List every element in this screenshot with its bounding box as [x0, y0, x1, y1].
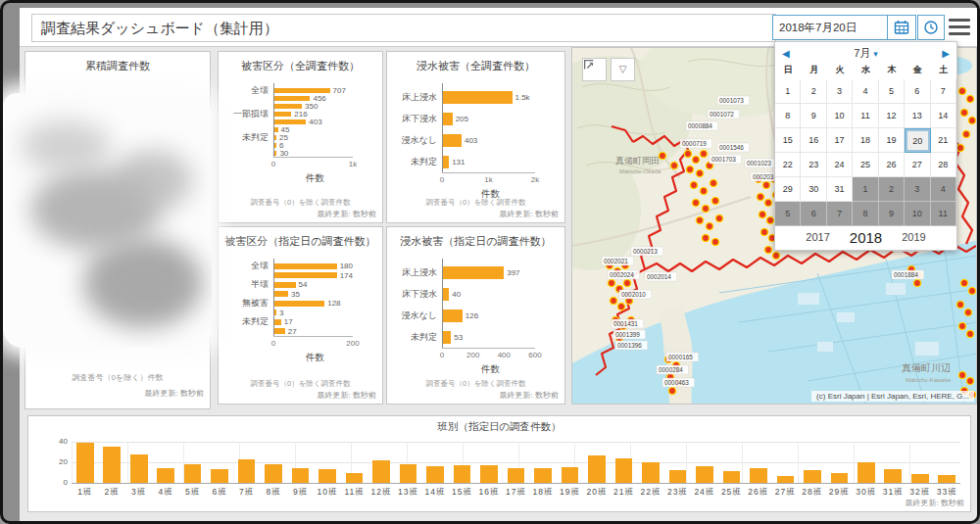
calendar-day[interactable]: 11: [931, 202, 956, 226]
survey-point-marker[interactable]: [692, 199, 699, 206]
bar[interactable]: [292, 468, 310, 483]
calendar-day[interactable]: 19: [879, 128, 905, 153]
calendar-day[interactable]: 29: [775, 177, 801, 202]
survey-point-marker[interactable]: [610, 297, 616, 304]
bar[interactable]: [211, 469, 228, 483]
calendar-day[interactable]: 7: [827, 202, 853, 226]
survey-point-marker[interactable]: [966, 95, 973, 102]
next-month-button[interactable]: ▶: [942, 48, 950, 59]
bar[interactable]: [831, 473, 849, 484]
bar[interactable]: [274, 143, 276, 148]
calendar-day[interactable]: 2: [801, 79, 826, 104]
bar[interactable]: [274, 282, 296, 288]
calendar-day[interactable]: 3: [905, 177, 930, 202]
bar[interactable]: [858, 462, 875, 483]
survey-point-marker[interactable]: [968, 117, 975, 123]
clock-button[interactable]: [917, 15, 945, 40]
survey-point-marker[interactable]: [966, 330, 973, 337]
bar[interactable]: [265, 464, 282, 483]
survey-point-marker[interactable]: [964, 309, 971, 315]
bar[interactable]: [103, 447, 121, 483]
year-option[interactable]: 2018: [850, 229, 882, 246]
bar[interactable]: [804, 470, 821, 483]
calendar-day[interactable]: 12: [879, 104, 905, 128]
calendar-day[interactable]: 26: [879, 153, 905, 177]
bar[interactable]: [130, 454, 148, 483]
calendar-day[interactable]: 3: [827, 79, 853, 104]
calendar-day[interactable]: 24: [827, 153, 853, 177]
bar[interactable]: [274, 151, 276, 156]
calendar-day[interactable]: 9: [879, 202, 905, 226]
survey-point-marker[interactable]: [617, 303, 624, 310]
bar[interactable]: [454, 465, 471, 483]
calendar-day[interactable]: 20: [905, 128, 930, 153]
bar[interactable]: [696, 466, 713, 483]
calendar-day[interactable]: 11: [853, 104, 878, 128]
bar[interactable]: [884, 469, 902, 483]
bar[interactable]: [534, 468, 552, 483]
calendar-day[interactable]: 5: [879, 79, 905, 104]
bar[interactable]: [750, 468, 767, 483]
survey-point-marker[interactable]: [766, 216, 773, 223]
bar[interactable]: [588, 455, 606, 483]
survey-point-marker[interactable]: [956, 301, 963, 308]
calendar-day[interactable]: 10: [905, 202, 930, 226]
survey-point-marker[interactable]: [958, 322, 965, 329]
calendar-day[interactable]: 1: [853, 177, 878, 202]
survey-point-marker[interactable]: [692, 156, 699, 163]
calendar-day[interactable]: 2: [879, 177, 905, 202]
calendar-day[interactable]: 13: [905, 104, 930, 128]
survey-point-marker[interactable]: [956, 144, 963, 151]
survey-point-marker[interactable]: [960, 279, 967, 286]
calendar-day[interactable]: 30: [801, 177, 826, 202]
survey-point-marker[interactable]: [968, 287, 975, 294]
bar[interactable]: [274, 319, 281, 325]
bar[interactable]: [443, 156, 449, 168]
survey-point-marker[interactable]: [760, 228, 767, 235]
bar[interactable]: [274, 119, 306, 124]
calendar-day[interactable]: 17: [827, 128, 853, 153]
bar[interactable]: [443, 331, 451, 344]
survey-point-marker[interactable]: [608, 279, 614, 286]
bar[interactable]: [443, 310, 463, 322]
bar[interactable]: [274, 301, 324, 307]
survey-point-marker[interactable]: [690, 181, 697, 188]
survey-point-marker[interactable]: [706, 222, 712, 229]
bar[interactable]: [443, 91, 513, 104]
month-selector[interactable]: 7月 ▾: [854, 46, 878, 61]
calendar-day[interactable]: 21: [931, 128, 956, 153]
bar[interactable]: [400, 464, 417, 483]
survey-point-marker[interactable]: [966, 377, 973, 384]
bar[interactable]: [562, 467, 579, 483]
survey-point-marker[interactable]: [715, 214, 722, 221]
bar[interactable]: [480, 465, 498, 483]
bar[interactable]: [911, 474, 929, 483]
bar[interactable]: [508, 468, 525, 483]
survey-point-marker[interactable]: [762, 181, 769, 188]
bar[interactable]: [669, 470, 687, 483]
calendar-day[interactable]: 8: [775, 104, 801, 128]
calendar-day[interactable]: 27: [905, 153, 930, 177]
calendar-button[interactable]: [887, 15, 916, 40]
bar[interactable]: [76, 443, 94, 483]
bar[interactable]: [274, 272, 337, 278]
bar[interactable]: [274, 310, 276, 315]
bar[interactable]: [274, 291, 288, 297]
survey-point-marker[interactable]: [764, 246, 771, 253]
bar[interactable]: [443, 266, 504, 279]
survey-point-marker[interactable]: [696, 216, 703, 223]
survey-point-marker[interactable]: [696, 169, 703, 176]
calendar-day[interactable]: 31: [827, 177, 853, 202]
calendar-day[interactable]: 25: [853, 153, 878, 177]
survey-point-marker[interactable]: [702, 234, 709, 241]
bar[interactable]: [274, 104, 302, 109]
bar[interactable]: [426, 466, 444, 483]
survey-point-marker[interactable]: [668, 387, 675, 394]
survey-point-marker[interactable]: [913, 279, 920, 286]
bar[interactable]: [443, 134, 462, 147]
bar[interactable]: [372, 460, 390, 483]
survey-point-marker[interactable]: [757, 193, 763, 200]
survey-point-marker[interactable]: [958, 371, 965, 378]
calendar-day[interactable]: 6: [801, 202, 826, 226]
calendar-day[interactable]: 9: [801, 104, 826, 128]
